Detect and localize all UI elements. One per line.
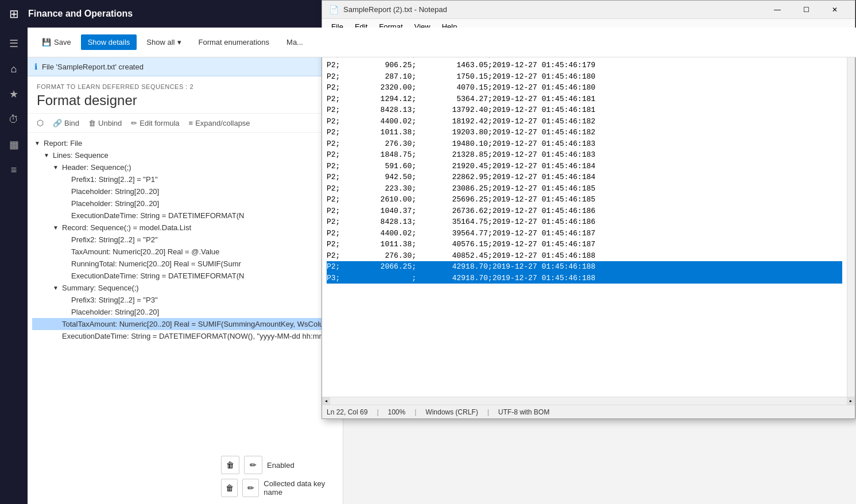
notepad-text[interactable]: P1; ; ;2019-12-27 01:45:46:120 P2; 556.8… xyxy=(322,35,847,397)
tree-item[interactable]: Placeholder: String[20..20] xyxy=(32,306,338,318)
tree-item[interactable]: Prefix2: String[2..2] = "P2" xyxy=(32,234,338,246)
tree-item-label: RunningTotal: Numeric[20..20] Real = SUM… xyxy=(71,259,241,268)
tree-item[interactable]: ▼Lines: Sequence xyxy=(32,149,338,161)
save-button[interactable]: 💾 Save xyxy=(34,34,79,51)
tree-item[interactable]: TotalTaxAmount: Numeric[20..20] Real = S… xyxy=(32,318,338,330)
notepad-line: P2; 1040.37; 26736.62;2019-12-27 01:45:4… xyxy=(327,207,595,215)
edit-formula-icon: ✏ xyxy=(131,119,137,127)
bind-link[interactable]: 🔗 Bind xyxy=(53,119,79,127)
tree-item[interactable]: Placeholder: String[20..20] xyxy=(32,185,338,197)
tree-item[interactable]: ▼Report: File xyxy=(32,137,338,149)
page-header: FORMAT TO LEARN DEFERRED SEQUENCES : 2 F… xyxy=(28,76,343,114)
sidebar-icon-list[interactable]: ≡ xyxy=(2,158,25,181)
format-enumerations-button[interactable]: Format enumerations xyxy=(191,34,277,51)
notepad-icon: 📄 xyxy=(329,5,339,14)
tree-item[interactable]: RunningTotal: Numeric[20..20] Real = SUM… xyxy=(32,258,338,270)
show-all-dropdown[interactable]: Show all ▾ xyxy=(139,34,188,51)
hscroll-right-button[interactable]: ▸ xyxy=(847,397,855,405)
tree-item[interactable]: TaxAmount: Numeric[20..20] Real = @.Valu… xyxy=(32,246,338,258)
show-all-label: Show all xyxy=(146,38,175,46)
notepad-line: P2; 8428.13; 35164.75;2019-12-27 01:45:4… xyxy=(327,218,595,226)
sidebar-icon-recent[interactable]: ⏱ xyxy=(2,108,25,131)
show-details-button[interactable]: Show details xyxy=(81,34,137,50)
tree-item-label: Record: Sequence(;) = model.Data.List xyxy=(62,223,191,232)
notepad-hscroll[interactable]: ◂ ▸ xyxy=(322,397,855,405)
sidebar-icon-menu[interactable]: ☰ xyxy=(2,32,25,55)
info-icon: ℹ xyxy=(34,62,37,71)
tree-item[interactable]: ExecutionDateTime: String = DATETIMEFORM… xyxy=(32,270,338,282)
notepad-line: P2; 276.30; 19480.10;2019-12-27 01:45:46… xyxy=(327,139,595,148)
save-icon: 💾 xyxy=(42,38,51,46)
expand-collapse-label: Expand/collapse xyxy=(195,119,250,127)
collected-key-label: Collected data key name xyxy=(264,479,338,497)
tree-item[interactable]: ▼Summary: Sequence(;) xyxy=(32,282,338,294)
minimize-button[interactable]: — xyxy=(764,1,791,19)
grid-icon[interactable]: ⊞ xyxy=(9,7,19,21)
left-sidebar: ☰ ⌂ ★ ⏱ ▦ ≡ xyxy=(0,28,28,504)
delete-button-1[interactable]: 🗑 xyxy=(221,456,239,474)
tree-arrow-icon: ▼ xyxy=(53,224,62,231)
unbind-link[interactable]: 🗑 Unbind xyxy=(88,119,122,127)
notepad-scrollbar[interactable] xyxy=(847,35,855,397)
sidebar-icon-modules[interactable]: ▦ xyxy=(2,133,25,156)
delete-button-2[interactable]: 🗑 xyxy=(221,479,238,497)
notepad-line: P2; 906.25; 1463.05;2019-12-27 01:45:46:… xyxy=(327,61,595,69)
tree-arrow-icon: ▼ xyxy=(53,285,62,291)
tree-item-label: Prefix1: String[2..2] = "P1" xyxy=(71,175,158,184)
tree-item-label: Prefix3: String[2..2] = "P3" xyxy=(71,296,158,304)
notepad-line: P2; 4400.02; 39564.77;2019-12-27 01:45:4… xyxy=(327,229,595,238)
tree-item-label: Placeholder: String[20..20] xyxy=(71,199,159,208)
notepad-line: P2; 2610.00; 25696.25;2019-12-27 01:45:4… xyxy=(327,195,595,204)
tree-container: ▼Report: File▼Lines: Sequence▼Header: Se… xyxy=(28,133,343,476)
close-button[interactable]: ✕ xyxy=(822,1,848,19)
edit-button-1[interactable]: ✏ xyxy=(244,456,262,474)
tree-item[interactable]: ExecutionDateTime: String = DATETIMEFORM… xyxy=(32,330,338,342)
tree-item[interactable]: Prefix1: String[2..2] = "P1" xyxy=(32,173,338,185)
page-title: Format designer xyxy=(37,92,334,108)
tree-item-label: ExecutionDateTime: String = DATETIMEFORM… xyxy=(71,211,244,220)
notepad-line: P2; 4400.02; 18192.42;2019-12-27 01:45:4… xyxy=(327,117,595,126)
tree-arrow-icon: ▼ xyxy=(34,140,44,146)
notepad-line: P2; 2066.25; 42918.70;2019-12-27 01:45:4… xyxy=(327,261,842,273)
edit-button-2[interactable]: ✏ xyxy=(242,479,259,497)
show-details-label: Show details xyxy=(88,38,130,46)
tree-item-label: TaxAmount: Numeric[20..20] Real = @.Valu… xyxy=(71,247,219,256)
info-message: File 'SampleReport.txt' created xyxy=(42,63,144,71)
sidebar-icon-home[interactable]: ⌂ xyxy=(2,57,25,80)
expand-collapse-icon: ≡ xyxy=(189,119,193,127)
notepad-line: P2; 591.60; 21920.45;2019-12-27 01:45:46… xyxy=(327,162,595,170)
encoding: UTF-8 with BOM xyxy=(498,408,549,416)
tree-item[interactable]: ▼Header: Sequence(;) xyxy=(32,161,338,173)
tree-item-label: ExecutionDateTime: String = DATETIMEFORM… xyxy=(62,332,343,340)
tree-item[interactable]: Prefix3: String[2..2] = "P3" xyxy=(32,294,338,306)
notepad-line: P3; ; 42918.70;2019-12-27 01:45:46:188 xyxy=(327,273,842,284)
notepad-line: P2; 223.30; 23086.25;2019-12-27 01:45:46… xyxy=(327,184,595,193)
tree-item[interactable]: ▼Record: Sequence(;) = model.Data.List xyxy=(32,222,338,234)
tree-item-label: Placeholder: String[20..20] xyxy=(71,308,159,316)
enabled-label: Enabled xyxy=(267,461,295,470)
notepad-titlebar: 📄 SampleReport (2).txt - Notepad — ☐ ✕ xyxy=(322,1,855,19)
sidebar-icon-favorites[interactable]: ★ xyxy=(2,83,25,106)
expand-collapse-link[interactable]: ≡ Expand/collapse xyxy=(189,119,250,127)
hscroll-left-button[interactable]: ◂ xyxy=(322,397,330,405)
notepad-window: 📄 SampleReport (2).txt - Notepad — ☐ ✕ F… xyxy=(322,0,855,419)
notepad-line: P2; 287.10; 1750.15;2019-12-27 01:45:46:… xyxy=(327,72,595,81)
manage-button[interactable]: Ma... xyxy=(279,34,311,51)
notepad-line: P2; 276.30; 40852.45;2019-12-27 01:45:46… xyxy=(327,251,595,260)
maximize-button[interactable]: ☐ xyxy=(793,1,819,19)
bind-label: Bind xyxy=(64,119,79,127)
hscroll-track xyxy=(330,397,847,405)
bottom-panel: 🗑 ✏ Enabled 🗑 ✏ Collected data key name xyxy=(216,449,343,504)
tree-item-label: Header: Sequence(;) xyxy=(62,163,131,172)
unbind-icon: 🗑 xyxy=(88,119,96,127)
notepad-title: SampleReport (2).txt - Notepad xyxy=(343,5,760,14)
edit-formula-label: Edit formula xyxy=(140,119,179,127)
tree-item[interactable]: ExecutionDateTime: String = DATETIMEFORM… xyxy=(32,210,338,222)
cursor-position: Ln 22, Col 69 xyxy=(327,408,367,416)
edit-formula-link[interactable]: ✏ Edit formula xyxy=(131,119,179,127)
collected-key-action-row: 🗑 ✏ Collected data key name xyxy=(221,476,338,499)
tree-item[interactable]: Placeholder: String[20..20] xyxy=(32,197,338,210)
unbind-label: Unbind xyxy=(98,119,122,127)
dropdown-arrow-icon: ▾ xyxy=(177,38,181,46)
notepad-line: P2; 8428.13; 13792.40;2019-12-27 01:45:4… xyxy=(327,106,595,114)
